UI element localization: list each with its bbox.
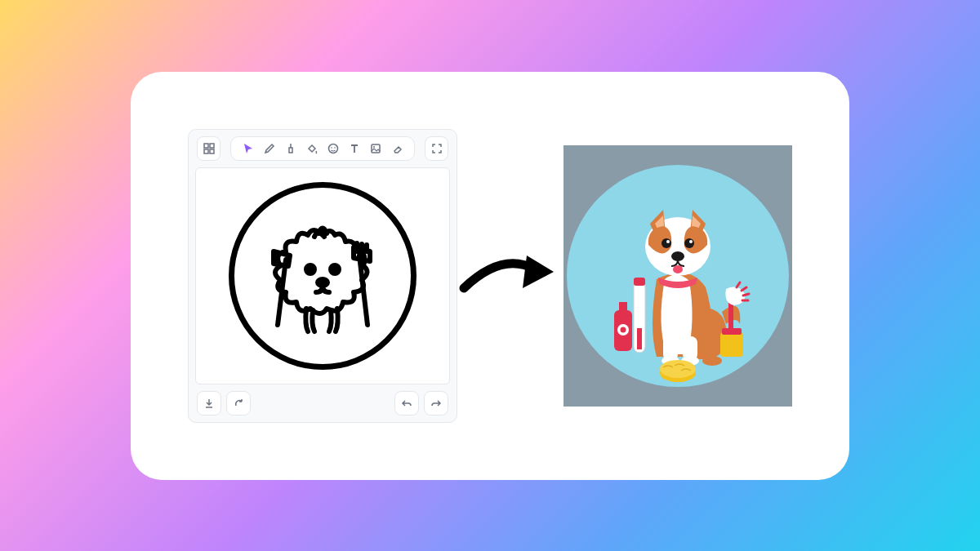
grid-toggle-button[interactable] [197,136,220,161]
svg-point-4 [329,144,338,153]
result-illustration [564,145,792,407]
svg-point-35 [660,360,696,378]
transform-arrow [457,243,564,309]
svg-rect-0 [204,144,208,148]
svg-point-18 [662,238,671,248]
svg-rect-30 [634,278,645,286]
svg-point-5 [331,147,332,149]
svg-rect-31 [720,332,743,357]
comparison-card [131,72,849,480]
jar-icon [720,328,743,357]
svg-rect-1 [210,144,214,148]
svg-point-21 [689,240,693,243]
svg-point-10 [331,265,339,273]
paint-tool[interactable] [283,141,298,156]
svg-rect-25 [619,302,627,312]
fill-tool[interactable] [305,141,319,156]
svg-point-8 [373,146,375,148]
svg-rect-2 [204,149,208,153]
sponge-icon [660,360,696,382]
arrow-right-icon [457,243,564,309]
cursor-tool[interactable] [241,141,256,156]
undo-button[interactable] [394,391,419,415]
image-tool[interactable] [368,141,383,156]
svg-point-6 [334,147,336,149]
svg-point-19 [684,238,694,248]
redo-button[interactable] [424,391,448,415]
expand-button[interactable] [425,136,448,161]
svg-rect-7 [372,144,380,153]
text-tool[interactable] [347,141,362,156]
svg-point-27 [621,327,626,332]
pencil-tool[interactable] [262,141,277,156]
svg-point-16 [702,356,722,366]
flat-dog-illustration [567,165,789,387]
editor-toolbar-bottom [189,384,457,422]
editor-toolbar-top [189,130,457,167]
sketch-content [229,182,416,370]
tube-icon [634,278,645,353]
tool-palette [230,136,415,161]
svg-rect-29 [637,328,642,349]
bottle-icon [614,302,632,351]
smile-tool[interactable] [326,141,341,156]
eraser-tool[interactable] [390,141,404,156]
clear-button[interactable] [226,391,251,415]
svg-point-9 [306,265,314,273]
dog-sketch-icon [249,202,396,349]
sketch-canvas[interactable] [195,167,450,384]
svg-point-20 [666,240,670,243]
svg-rect-3 [210,149,214,153]
download-button[interactable] [197,391,221,415]
svg-point-23 [673,265,683,273]
sketch-editor-panel [188,129,457,423]
